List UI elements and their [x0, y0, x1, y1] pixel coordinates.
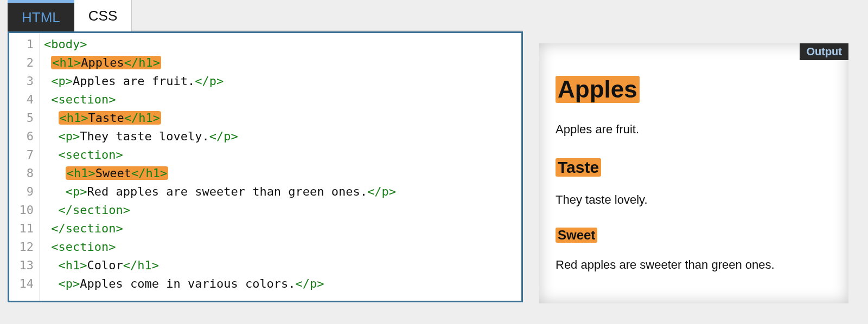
line-number: 4	[9, 90, 34, 109]
line-number: 6	[9, 127, 34, 146]
line-number: 3	[9, 72, 34, 90]
editor-tabs: HTML CSS	[8, 0, 523, 31]
code-line[interactable]: <h1>Taste</h1>	[44, 109, 396, 127]
code-line[interactable]: </section>	[44, 201, 396, 219]
code-line[interactable]: <section>	[44, 90, 396, 109]
code-line[interactable]: <h1>Apples</h1>	[44, 54, 396, 72]
line-number: 1	[9, 35, 34, 54]
line-number: 10	[9, 201, 34, 219]
line-number: 13	[9, 256, 34, 275]
line-number: 5	[9, 109, 34, 127]
code-line[interactable]: <p>They taste lovely.</p>	[44, 127, 396, 146]
output-heading-taste: Taste	[556, 158, 601, 177]
line-number: 2	[9, 54, 34, 72]
output-paragraph: Apples are fruit.	[556, 122, 832, 137]
code-content[interactable]: <body> <h1>Apples</h1> <p>Apples are fru…	[40, 33, 400, 301]
code-line[interactable]: <h1>Sweet</h1>	[44, 164, 396, 183]
code-line[interactable]: </section>	[44, 219, 396, 238]
line-number: 8	[9, 164, 34, 183]
code-line[interactable]: <section>	[44, 146, 396, 164]
output-heading-sweet: Sweet	[556, 228, 597, 243]
tab-html[interactable]: HTML	[8, 0, 74, 31]
output-label: Output	[800, 43, 848, 60]
code-editor[interactable]: 1234567891011121314 <body> <h1>Apples</h…	[8, 31, 523, 302]
code-line[interactable]: <p>Apples are fruit.</p>	[44, 72, 396, 90]
code-line[interactable]: <h1>Color</h1>	[44, 256, 396, 275]
code-line[interactable]: <p>Red apples are sweeter than green one…	[44, 183, 396, 201]
code-line[interactable]: <body>	[44, 35, 396, 54]
line-number-gutter: 1234567891011121314	[9, 33, 40, 301]
line-number: 12	[9, 238, 34, 256]
output-panel: Output Apples Apples are fruit. Taste Th…	[539, 43, 848, 303]
line-number: 9	[9, 183, 34, 201]
output-paragraph: Red apples are sweeter than green ones.	[556, 258, 832, 272]
code-line[interactable]: <p>Apples come in various colors.</p>	[44, 275, 396, 293]
output-heading-apples: Apples	[556, 76, 640, 103]
code-line[interactable]: <section>	[44, 238, 396, 256]
line-number: 14	[9, 275, 34, 293]
output-paragraph: They taste lovely.	[556, 193, 832, 207]
line-number: 11	[9, 219, 34, 238]
line-number: 7	[9, 146, 34, 164]
tab-css[interactable]: CSS	[74, 0, 132, 31]
